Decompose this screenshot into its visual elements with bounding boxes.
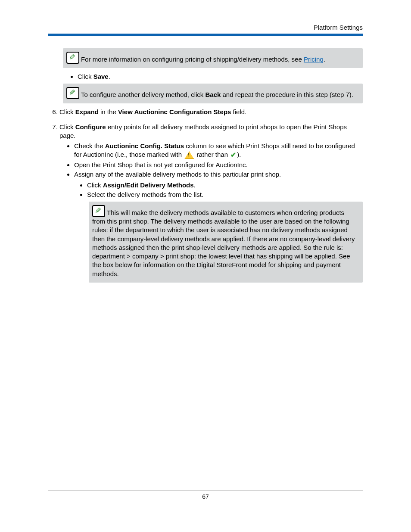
header-title: Platform Settings bbox=[48, 24, 363, 31]
text: in the bbox=[99, 108, 118, 115]
expand-label: Expand bbox=[75, 108, 99, 115]
footer-rule bbox=[48, 491, 363, 491]
list-item: Click Assign/Edit Delivery Methods. bbox=[87, 181, 363, 190]
list-item: Select the delivery methods from the lis… bbox=[87, 190, 363, 199]
bullet-list-save: Click Save. bbox=[48, 72, 363, 81]
pencil-note-icon bbox=[92, 205, 105, 217]
text: ). bbox=[237, 151, 241, 158]
assign-edit-label: Assign/Edit Delivery Methods bbox=[103, 181, 194, 189]
page-number: 67 bbox=[0, 493, 411, 500]
config-status-label: Auctioninc Config. Status bbox=[105, 142, 184, 149]
note-delivery-rules: This will make the delivery methods avai… bbox=[89, 202, 363, 283]
text: rather than bbox=[195, 151, 230, 158]
pencil-note-icon bbox=[66, 52, 79, 64]
note-suffix: . bbox=[324, 56, 325, 63]
text: and repeat the procedure in this step (s… bbox=[221, 91, 353, 98]
list-item: Open the Print Shop that is not yet conf… bbox=[74, 161, 363, 169]
note-back: To configure another delivery method, cl… bbox=[63, 84, 363, 103]
text: Click bbox=[78, 73, 93, 80]
text: Click bbox=[87, 181, 103, 189]
content-area: For more information on configuring pric… bbox=[0, 48, 411, 283]
pricing-link[interactable]: Pricing bbox=[304, 56, 324, 63]
view-config-label: View Auctioninc Configuration Steps bbox=[118, 108, 231, 115]
step7c-sublist: Click Assign/Edit Delivery Methods. Sele… bbox=[74, 181, 363, 199]
text: Assign any of the available delivery met… bbox=[74, 171, 281, 178]
note-pricing: For more information on configuring pric… bbox=[63, 48, 363, 68]
text: . bbox=[109, 73, 110, 80]
list-item: Check the Auctioninc Config. Status colu… bbox=[74, 142, 363, 160]
ordered-steps: Click Expand in the View Auctioninc Conf… bbox=[48, 108, 363, 283]
text: field. bbox=[231, 108, 246, 115]
header-rule bbox=[48, 34, 363, 36]
save-label: Save bbox=[93, 73, 109, 80]
step-7: Click Configure entry points for all del… bbox=[59, 123, 363, 283]
text: Check the bbox=[74, 142, 105, 149]
warning-icon bbox=[184, 151, 194, 159]
page-header: Platform Settings bbox=[0, 0, 411, 36]
step-6: Click Expand in the View Auctioninc Conf… bbox=[59, 108, 363, 116]
document-page: Platform Settings For more information o… bbox=[0, 0, 411, 532]
list-item: Assign any of the available delivery met… bbox=[74, 170, 363, 199]
list-item: Click Save. bbox=[78, 72, 363, 81]
text: Click bbox=[59, 108, 75, 115]
note-text: This will make the delivery methods avai… bbox=[92, 209, 355, 277]
step7-sublist: Check the Auctioninc Config. Status colu… bbox=[59, 142, 363, 199]
note-text: For more information on configuring pric… bbox=[81, 56, 304, 63]
configure-label: Configure bbox=[75, 123, 106, 131]
pencil-note-icon bbox=[66, 87, 79, 99]
back-label: Back bbox=[205, 91, 221, 98]
text: Click bbox=[59, 123, 75, 131]
text: . bbox=[194, 181, 196, 189]
text: To configure another delivery method, cl… bbox=[81, 91, 205, 98]
checkmark-icon: ✔ bbox=[230, 150, 236, 160]
